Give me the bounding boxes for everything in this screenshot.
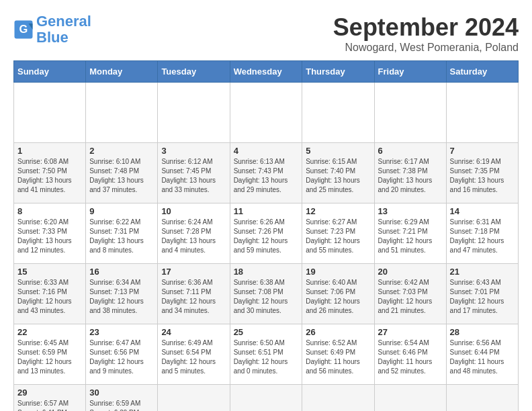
calendar-day-cell (158, 385, 230, 412)
calendar-day-cell: 10 Sunrise: 6:24 AM Sunset: 7:28 PM Dayl… (158, 203, 230, 264)
day-number: 18 (234, 267, 299, 277)
calendar-week-row (14, 83, 519, 143)
calendar-day-cell (230, 385, 302, 412)
day-info: Sunrise: 6:10 AM Sunset: 7:48 PM Dayligh… (89, 157, 154, 195)
day-info: Sunrise: 6:52 AM Sunset: 6:49 PM Dayligh… (306, 338, 370, 376)
day-info: Sunrise: 6:27 AM Sunset: 7:23 PM Dayligh… (306, 218, 370, 255)
day-info: Sunrise: 6:31 AM Sunset: 7:18 PM Dayligh… (450, 218, 515, 255)
calendar-day-cell: 3 Sunrise: 6:12 AM Sunset: 7:45 PM Dayli… (158, 143, 230, 203)
calendar-day-cell: 16 Sunrise: 6:34 AM Sunset: 7:13 PM Dayl… (86, 264, 158, 324)
calendar-day-cell: 4 Sunrise: 6:13 AM Sunset: 7:43 PM Dayli… (230, 143, 302, 203)
day-info: Sunrise: 6:34 AM Sunset: 7:13 PM Dayligh… (89, 278, 154, 316)
day-info: Sunrise: 6:33 AM Sunset: 7:16 PM Dayligh… (17, 278, 82, 316)
day-number: 30 (89, 387, 154, 398)
day-number: 20 (378, 267, 443, 277)
calendar-day-cell: 7 Sunrise: 6:19 AM Sunset: 7:35 PM Dayli… (446, 143, 518, 203)
page-header: G General Blue September 2024 Nowogard, … (13, 13, 519, 54)
day-number: 3 (161, 146, 226, 156)
day-info: Sunrise: 6:08 AM Sunset: 7:50 PM Dayligh… (17, 157, 82, 195)
day-info: Sunrise: 6:15 AM Sunset: 7:40 PM Dayligh… (306, 157, 370, 195)
calendar-day-cell: 21 Sunrise: 6:43 AM Sunset: 7:01 PM Dayl… (446, 264, 518, 324)
header-tuesday: Tuesday (158, 61, 230, 83)
day-number: 22 (17, 327, 82, 337)
day-info: Sunrise: 6:13 AM Sunset: 7:43 PM Dayligh… (234, 157, 299, 195)
calendar-day-cell: 8 Sunrise: 6:20 AM Sunset: 7:33 PM Dayli… (14, 203, 86, 264)
day-number: 24 (161, 327, 226, 337)
calendar-week-row: 15 Sunrise: 6:33 AM Sunset: 7:16 PM Dayl… (14, 264, 519, 324)
calendar-day-cell: 13 Sunrise: 6:29 AM Sunset: 7:21 PM Dayl… (374, 203, 446, 264)
day-info: Sunrise: 6:57 AM Sunset: 6:41 PM Dayligh… (17, 399, 82, 411)
day-info: Sunrise: 6:24 AM Sunset: 7:28 PM Dayligh… (161, 218, 226, 255)
calendar-day-cell: 28 Sunrise: 6:56 AM Sunset: 6:44 PM Dayl… (446, 324, 518, 385)
day-number: 11 (234, 206, 299, 216)
calendar-day-cell: 1 Sunrise: 6:08 AM Sunset: 7:50 PM Dayli… (14, 143, 86, 203)
calendar-day-cell: 20 Sunrise: 6:42 AM Sunset: 7:03 PM Dayl… (374, 264, 446, 324)
calendar-day-cell: 6 Sunrise: 6:17 AM Sunset: 7:38 PM Dayli… (374, 143, 446, 203)
day-number: 7 (450, 146, 515, 156)
day-number: 19 (306, 267, 370, 277)
day-info: Sunrise: 6:40 AM Sunset: 7:06 PM Dayligh… (306, 278, 370, 316)
header-wednesday: Wednesday (230, 61, 302, 83)
day-info: Sunrise: 6:38 AM Sunset: 7:08 PM Dayligh… (234, 278, 299, 316)
svg-text:G: G (19, 23, 28, 35)
day-info: Sunrise: 6:45 AM Sunset: 6:59 PM Dayligh… (17, 338, 82, 376)
day-number: 6 (378, 146, 443, 156)
calendar-table: Sunday Monday Tuesday Wednesday Thursday… (13, 60, 519, 411)
day-info: Sunrise: 6:42 AM Sunset: 7:03 PM Dayligh… (378, 278, 443, 316)
day-number: 29 (17, 387, 82, 398)
calendar-day-cell (230, 83, 302, 143)
day-number: 8 (17, 206, 82, 216)
header-sunday: Sunday (14, 61, 86, 83)
day-number: 16 (89, 267, 154, 277)
day-info: Sunrise: 6:20 AM Sunset: 7:33 PM Dayligh… (17, 218, 82, 255)
calendar-day-cell: 26 Sunrise: 6:52 AM Sunset: 6:49 PM Dayl… (302, 324, 374, 385)
day-info: Sunrise: 6:17 AM Sunset: 7:38 PM Dayligh… (378, 157, 443, 195)
calendar-day-cell: 24 Sunrise: 6:49 AM Sunset: 6:54 PM Dayl… (158, 324, 230, 385)
logo-text: General Blue (36, 13, 91, 46)
day-info: Sunrise: 6:29 AM Sunset: 7:21 PM Dayligh… (378, 218, 443, 255)
day-info: Sunrise: 6:19 AM Sunset: 7:35 PM Dayligh… (450, 157, 515, 195)
calendar-day-cell (302, 385, 374, 412)
calendar-day-cell: 19 Sunrise: 6:40 AM Sunset: 7:06 PM Dayl… (302, 264, 374, 324)
logo-line2: Blue (36, 29, 69, 46)
day-info: Sunrise: 6:26 AM Sunset: 7:26 PM Dayligh… (234, 218, 299, 255)
calendar-day-cell: 22 Sunrise: 6:45 AM Sunset: 6:59 PM Dayl… (14, 324, 86, 385)
logo-icon: G (13, 19, 34, 40)
calendar-day-cell: 15 Sunrise: 6:33 AM Sunset: 7:16 PM Dayl… (14, 264, 86, 324)
calendar-header-row: Sunday Monday Tuesday Wednesday Thursday… (14, 61, 519, 83)
calendar-day-cell (446, 83, 518, 143)
calendar-day-cell: 12 Sunrise: 6:27 AM Sunset: 7:23 PM Dayl… (302, 203, 374, 264)
day-number: 1 (17, 146, 82, 156)
calendar-day-cell (86, 83, 158, 143)
day-info: Sunrise: 6:56 AM Sunset: 6:44 PM Dayligh… (450, 338, 515, 376)
header-monday: Monday (86, 61, 158, 83)
day-number: 25 (234, 327, 299, 337)
calendar-day-cell (446, 385, 518, 412)
month-title: September 2024 (333, 13, 519, 42)
calendar-week-row: 29 Sunrise: 6:57 AM Sunset: 6:41 PM Dayl… (14, 385, 519, 412)
calendar-day-cell: 14 Sunrise: 6:31 AM Sunset: 7:18 PM Dayl… (446, 203, 518, 264)
day-info: Sunrise: 6:22 AM Sunset: 7:31 PM Dayligh… (89, 218, 154, 255)
day-info: Sunrise: 6:59 AM Sunset: 6:39 PM Dayligh… (89, 399, 154, 411)
day-number: 4 (234, 146, 299, 156)
logo: G General Blue (13, 13, 91, 46)
day-info: Sunrise: 6:12 AM Sunset: 7:45 PM Dayligh… (161, 157, 226, 195)
calendar-day-cell (374, 385, 446, 412)
header-saturday: Saturday (446, 61, 518, 83)
calendar-day-cell: 18 Sunrise: 6:38 AM Sunset: 7:08 PM Dayl… (230, 264, 302, 324)
day-info: Sunrise: 6:54 AM Sunset: 6:46 PM Dayligh… (378, 338, 443, 376)
calendar-day-cell: 11 Sunrise: 6:26 AM Sunset: 7:26 PM Dayl… (230, 203, 302, 264)
calendar-day-cell (302, 83, 374, 143)
calendar-day-cell: 27 Sunrise: 6:54 AM Sunset: 6:46 PM Dayl… (374, 324, 446, 385)
calendar-day-cell: 17 Sunrise: 6:36 AM Sunset: 7:11 PM Dayl… (158, 264, 230, 324)
day-info: Sunrise: 6:50 AM Sunset: 6:51 PM Dayligh… (234, 338, 299, 376)
day-number: 17 (161, 267, 226, 277)
calendar-day-cell: 30 Sunrise: 6:59 AM Sunset: 6:39 PM Dayl… (86, 385, 158, 412)
day-number: 2 (89, 146, 154, 156)
calendar-day-cell: 5 Sunrise: 6:15 AM Sunset: 7:40 PM Dayli… (302, 143, 374, 203)
location: Nowogard, West Pomerania, Poland (333, 42, 519, 54)
calendar-day-cell: 9 Sunrise: 6:22 AM Sunset: 7:31 PM Dayli… (86, 203, 158, 264)
logo-line1: General (36, 13, 91, 30)
day-info: Sunrise: 6:36 AM Sunset: 7:11 PM Dayligh… (161, 278, 226, 316)
day-info: Sunrise: 6:47 AM Sunset: 6:56 PM Dayligh… (89, 338, 154, 376)
